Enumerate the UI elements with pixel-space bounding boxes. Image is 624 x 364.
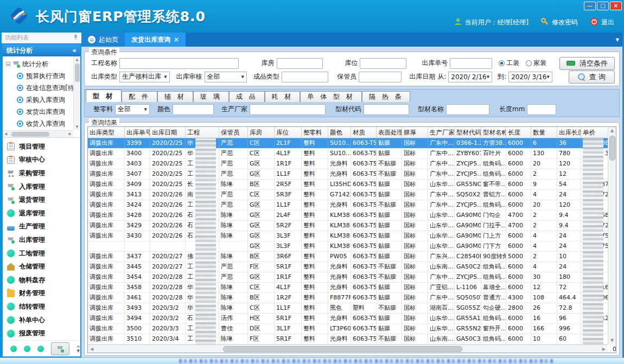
scrollbar-thumb[interactable] bbox=[11, 132, 49, 137]
logout[interactable]: 退出 bbox=[590, 17, 614, 28]
column-header[interactable]: 型材名称 bbox=[481, 127, 506, 138]
dot-icon[interactable] bbox=[10, 346, 17, 352]
column-header[interactable]: 长度 bbox=[506, 127, 531, 138]
column-header[interactable]: 库房 bbox=[248, 127, 275, 138]
tab-home[interactable]: ⌂ 起始页 bbox=[81, 33, 125, 47]
table-row[interactable]: 调拨出库34132020/2/26南 …严思C区5R3F整料G714226063… bbox=[88, 190, 616, 200]
material-tab[interactable]: 成 品 bbox=[229, 91, 265, 102]
warehouse-input[interactable] bbox=[277, 58, 323, 69]
tab-close-icon[interactable]: × bbox=[174, 36, 179, 43]
column-header[interactable]: 材质 bbox=[351, 127, 377, 138]
tab-shipment-query[interactable]: 发货出库查询 × bbox=[125, 33, 186, 47]
table-row[interactable]: 调拨出库34002020/2/25华 原…严思C区4L1F整料SU10…6063… bbox=[88, 149, 616, 159]
table-row[interactable]: 调拨出库34092020/2/25长 …陈琳B区2R5F整料LI35HD6063… bbox=[88, 180, 616, 190]
table-horizontal-scrollbar[interactable]: ◀▶ bbox=[88, 344, 608, 353]
table-row[interactable]: 调拨出库35102020/3/4工 共工程陈琳F区5R1F整料光身料6063-T… bbox=[88, 334, 616, 344]
profile-name-input[interactable] bbox=[446, 104, 489, 115]
menu-item[interactable]: 采购管理 bbox=[7, 167, 80, 180]
cart-button[interactable] bbox=[51, 342, 69, 355]
collapse-icon[interactable]: « bbox=[72, 47, 77, 54]
length-input[interactable] bbox=[527, 104, 556, 115]
keeper-input[interactable] bbox=[359, 72, 402, 82]
dot-icon[interactable] bbox=[24, 346, 30, 352]
tree-item[interactable]: 预算执行查询 bbox=[6, 70, 80, 82]
menu-item[interactable]: 审核中心 bbox=[7, 154, 80, 167]
section-header[interactable]: 统计分析 « bbox=[3, 44, 80, 56]
menu-item[interactable]: 仓储管理 bbox=[7, 260, 80, 273]
menu-item[interactable]: 结转管理 bbox=[7, 300, 80, 314]
change-password[interactable]: 修改密码 bbox=[540, 17, 578, 28]
tree-root[interactable]: 统计分析 bbox=[6, 58, 80, 70]
tree-item[interactable]: 收货入库查询 bbox=[6, 118, 80, 130]
radio-jiazhuang[interactable] bbox=[526, 60, 532, 66]
column-header[interactable]: 型材代码 bbox=[455, 127, 481, 138]
menu-item[interactable]: 项目管理 bbox=[7, 140, 80, 154]
tree-item[interactable]: 采购入库查询 bbox=[6, 94, 80, 106]
column-header[interactable]: 工程 bbox=[186, 127, 219, 138]
column-header[interactable]: 表面处理 bbox=[377, 127, 402, 138]
table-row[interactable]: 调拨出库34242020/2/26工 工程严思G区1L1F整料光身料6063-T… bbox=[88, 200, 616, 210]
column-header[interactable]: 保管员 bbox=[219, 127, 248, 138]
table-row[interactable]: 调拨出库34292020/2/26石 城陈琳G区5R2F整料KLM3817606… bbox=[88, 221, 616, 231]
table-row[interactable]: 调拨出库35002020/3/3工 共工程曹佳D区3L1F整料LT3P60606… bbox=[88, 324, 616, 334]
column-header[interactable]: 出库单号 bbox=[125, 127, 150, 138]
whole-part-select[interactable]: 全部▼ bbox=[115, 104, 150, 115]
minimize-button[interactable]: — bbox=[584, 2, 596, 10]
material-tab[interactable]: 玻 璃 bbox=[193, 91, 229, 102]
material-tab[interactable]: 辅 材 bbox=[157, 91, 193, 102]
profile-code-input[interactable] bbox=[364, 104, 409, 115]
clear-conditions-button[interactable]: 清空条件 bbox=[559, 57, 615, 70]
menu-item[interactable]: 报废管理 bbox=[7, 327, 80, 340]
column-header[interactable]: 膜厚 bbox=[402, 127, 428, 138]
search-button[interactable]: 查 询 bbox=[569, 71, 615, 84]
menu-item[interactable]: 工地管理 bbox=[7, 247, 80, 260]
column-header[interactable]: 库位 bbox=[275, 127, 302, 138]
menu-item[interactable]: 退库管理 bbox=[7, 207, 80, 220]
tree-item[interactable]: 发货出库查询 bbox=[6, 106, 80, 118]
table-row[interactable]: 调拨出库34942020/3/2石 辉城汤伟H区5R1F整料光身料6063-T5… bbox=[88, 314, 616, 324]
table-row[interactable]: 调拨出库34452020/2/27工 共工程严思F区5R1F整料光身料6063-… bbox=[88, 262, 616, 272]
overflow-chevron[interactable]: »▾ bbox=[77, 344, 80, 353]
close-button[interactable]: × bbox=[610, 2, 622, 10]
date-to-picker[interactable]: 2020/ 3/16▼ bbox=[508, 72, 552, 82]
tree-item[interactable]: 在途信息查询[待 bbox=[6, 82, 80, 94]
table-row[interactable]: 调拨出库34542020/2/28工 共工程严思G区1R1F整料光身料6063-… bbox=[88, 272, 616, 283]
column-header[interactable]: 出库类型 bbox=[88, 127, 125, 138]
menu-item[interactable]: 物料盘存 bbox=[7, 273, 80, 287]
out-type-select[interactable]: 生产领料出库▼ bbox=[119, 72, 170, 82]
table-row[interactable]: 调拨出库34302020/2/26石 城陈琳G区3L3F整料KLM3817606… bbox=[88, 231, 616, 241]
material-tab[interactable]: 耗 材 bbox=[265, 91, 301, 102]
column-header[interactable]: 数量 bbox=[531, 127, 557, 138]
tree-horizontal-scrollbar[interactable]: ◀▶ bbox=[3, 130, 73, 137]
menu-item[interactable]: 财务管理 bbox=[7, 287, 80, 301]
table-row[interactable]: 调拨出库34612020/2/28华 原…陈琳B区1R2F整料F8877FT60… bbox=[88, 293, 616, 303]
out-audit-select[interactable]: 全部▼ bbox=[205, 72, 247, 82]
menu-item[interactable]: 补单中心 bbox=[7, 314, 80, 327]
tree-vertical-scrollbar[interactable]: ▲▼ bbox=[73, 56, 80, 130]
expander-icon[interactable] bbox=[6, 62, 10, 66]
table-row[interactable]: 调拨出库33992020/2/25华 原…严思C区2L1F整料SU10…6063… bbox=[88, 138, 616, 149]
menu-item[interactable]: 入库管理 bbox=[7, 180, 80, 194]
scrollbar-thumb[interactable] bbox=[75, 63, 80, 82]
project-name-input[interactable] bbox=[119, 58, 239, 69]
table-row[interactable]: 调拨出库34932020/3/2华 原…陈琳C区1L1F整料黑色塑料不贴膜国标湖… bbox=[88, 303, 616, 314]
location-input[interactable] bbox=[360, 58, 406, 69]
material-tab[interactable]: 型 材 bbox=[86, 90, 122, 102]
material-tab[interactable]: 隔 热 条 bbox=[362, 91, 411, 102]
menu-item[interactable]: 退货管理 bbox=[7, 193, 80, 207]
column-header[interactable]: 出库日期 bbox=[150, 127, 186, 138]
menu-item[interactable]: 生产管理 bbox=[7, 220, 80, 234]
scrollbar-thumb[interactable] bbox=[223, 346, 462, 352]
column-header[interactable]: 整零料 bbox=[302, 127, 328, 138]
date-from-picker[interactable]: 2020/ 2/16▼ bbox=[448, 72, 492, 82]
order-no-input[interactable] bbox=[450, 58, 492, 69]
menu-item[interactable]: 出库管理 bbox=[7, 233, 80, 247]
material-tab[interactable]: 配 件 bbox=[122, 91, 157, 102]
scrollbar-thumb[interactable] bbox=[609, 136, 615, 161]
column-header[interactable]: 出库长度 bbox=[557, 127, 581, 138]
table-row[interactable]: 调拨出库34072020/2/25工 工程严思G区1L1F整料光身料6063-T… bbox=[88, 169, 616, 180]
tab-overflow-dropdown-icon[interactable]: ▼ bbox=[616, 37, 619, 42]
column-header[interactable]: 生产厂家 bbox=[428, 127, 455, 138]
radio-gongzhuang[interactable] bbox=[499, 60, 505, 66]
table-row[interactable]: 调拨出库34282020/2/26石 城陈琳G区2L4F整料KLM3817606… bbox=[88, 210, 616, 221]
